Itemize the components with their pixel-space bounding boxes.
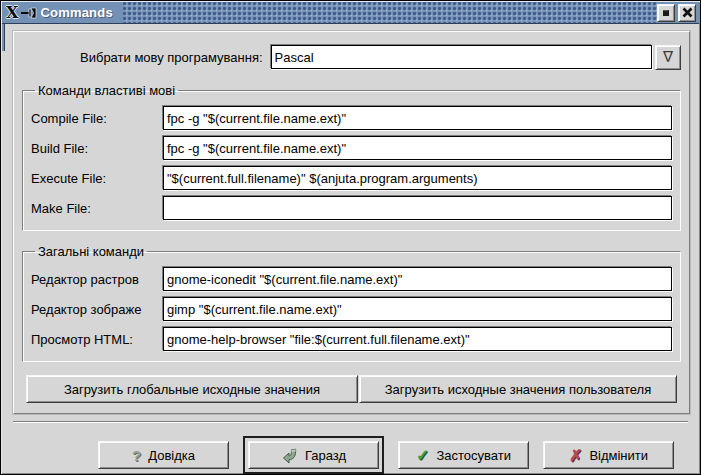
language-combo-dropdown-button[interactable]: ∇ — [655, 45, 681, 70]
x11-logo-icon: X — [6, 5, 18, 21]
cancel-button[interactable]: ✗ Відмінити — [543, 441, 674, 469]
help-button-label: Довідка — [148, 448, 195, 463]
load-defaults-row: Загрузить глобальные исходные значения З… — [22, 375, 681, 403]
bitmap-editor-row: Редактор растров — [31, 267, 672, 291]
language-commands-frame-title: Команди властиві мові — [35, 83, 178, 98]
main-panel: Вибрати мову програмування: ∇ Команди вл… — [13, 31, 690, 414]
ok-arrow-icon — [281, 447, 298, 464]
bitmap-editor-label: Редактор растров — [31, 272, 163, 287]
compile-file-input[interactable] — [163, 106, 672, 130]
chevron-down-icon: ∇ — [663, 48, 673, 66]
compile-file-row: Compile File: — [31, 106, 672, 130]
ok-button[interactable]: Гаразд — [248, 441, 379, 469]
make-file-row: Make File: — [31, 196, 672, 220]
window-title: Commands — [40, 5, 112, 20]
window-frame-accent — [2, 24, 5, 51]
image-editor-row: Редактор зображе — [31, 297, 672, 321]
load-user-defaults-button[interactable]: Загрузить исходные значения пользователя — [359, 375, 677, 403]
image-editor-input[interactable] — [163, 297, 672, 321]
build-file-label: Build File: — [31, 141, 163, 156]
language-label: Вибрати мову програмування: — [80, 50, 263, 65]
general-commands-frame: Загальні команди Редактор растров Редакт… — [22, 244, 681, 362]
close-x-icon — [682, 7, 693, 18]
cancel-x-icon: ✗ — [569, 446, 582, 465]
pushpin-icon — [21, 7, 37, 19]
action-area: ? Довідка Гаразд ✓ Застосувати — [13, 423, 690, 474]
language-row: Вибрати мову програмування: ∇ — [22, 44, 681, 70]
close-button[interactable] — [678, 4, 696, 22]
apply-check-icon: ✓ — [416, 446, 429, 465]
general-commands-frame-title: Загальні команди — [35, 244, 147, 259]
image-editor-label: Редактор зображе — [31, 302, 163, 317]
titlebar-drag-area[interactable] — [123, 2, 657, 23]
execute-file-row: Execute File: — [31, 166, 672, 190]
commands-dialog-window: X Commands — [0, 0, 701, 475]
compile-file-label: Compile File: — [31, 111, 163, 126]
iconify-button[interactable] — [657, 4, 675, 22]
iconify-square-icon — [662, 9, 670, 17]
make-file-label: Make File: — [31, 201, 163, 216]
apply-button-label: Застосувати — [436, 448, 511, 463]
html-viewer-input[interactable] — [163, 327, 672, 351]
titlebar-left: X Commands — [2, 2, 123, 23]
ok-button-label: Гаразд — [305, 448, 346, 463]
make-file-input[interactable] — [163, 196, 672, 220]
dialog-content: Вибрати мову програмування: ∇ Команди вл… — [1, 24, 700, 474]
language-commands-frame: Команди властиві мові Compile File: Buil… — [22, 83, 681, 231]
apply-button[interactable]: ✓ Застосувати — [398, 441, 529, 469]
execute-file-input[interactable] — [163, 166, 672, 190]
build-file-row: Build File: — [31, 136, 672, 160]
language-combo-input[interactable] — [271, 45, 652, 69]
cancel-button-label: Відмінити — [589, 448, 648, 463]
help-question-icon: ? — [132, 447, 141, 464]
html-viewer-label: Просмотр HTML: — [31, 332, 163, 347]
build-file-input[interactable] — [163, 136, 672, 160]
ok-button-default-ring: Гаразд — [243, 436, 384, 474]
help-button[interactable]: ? Довідка — [98, 441, 229, 469]
bitmap-editor-input[interactable] — [163, 267, 672, 291]
titlebar[interactable]: X Commands — [2, 2, 699, 24]
load-global-defaults-button[interactable]: Загрузить глобальные исходные значения — [26, 375, 358, 403]
execute-file-label: Execute File: — [31, 171, 163, 186]
html-viewer-row: Просмотр HTML: — [31, 327, 672, 351]
